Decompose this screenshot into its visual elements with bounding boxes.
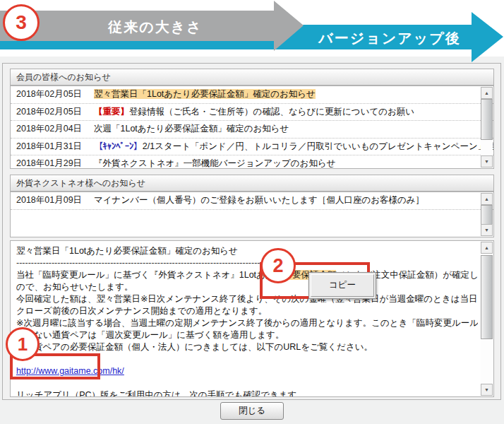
detail-footer: リッチアプリ（PC）版をご利用中の方は、次の手順でも確認できます。 — [16, 389, 478, 397]
notice-prefix-important: 【重要】 — [94, 107, 129, 117]
scroll-down-icon[interactable]: ▼ — [481, 384, 493, 396]
neo-notices-header: 外貨ネクストネオ様へのお知らせ — [10, 175, 494, 192]
detail-separator: ----------------------------------------… — [16, 257, 478, 269]
list-item[interactable]: 2018年01月29日『外貨ネクストネオ』一部機能バージョンアップのお知らせ — [11, 155, 493, 169]
old-size-label: 従来の大きさ — [83, 18, 227, 37]
annotation-circle-1: 1 — [6, 327, 40, 361]
members-list-scrollbar[interactable]: ▲ ▼ — [481, 87, 493, 167]
notice-date: 2018年01月09日 — [16, 192, 94, 209]
neo-notices-list: 2018年01月09日マイナンバー（個人番号）のご登録をお願いいたします［個人口… — [10, 192, 494, 237]
notice-date: 2018年02月05日 — [16, 86, 94, 103]
list-item[interactable]: 2018年02月05日翌々営業日「1Lotあたり必要保証金額」確定のお知らせ — [11, 86, 493, 104]
members-notices-header: 会員の皆様へのお知らせ — [10, 69, 494, 86]
list-item[interactable]: 2018年01月09日マイナンバー（個人番号）のご登録をお願いいたします［個人口… — [11, 192, 493, 210]
detail-paragraph: ※次週月曜に該当する場合、当週土曜の定期メンテナンス終了後からの適用となります。… — [16, 317, 478, 329]
scroll-up-icon[interactable]: ▲ — [481, 242, 493, 254]
notice-title-highlighted: 翌々営業日「1Lotあたり必要保証金額」確定のお知らせ — [94, 89, 316, 99]
list-item[interactable]: 2018年01月31日【ｷｬﾝﾍﾟｰﾝ】2/1スタート「ポンド／円、トルコリラ／… — [11, 139, 493, 156]
scrollbar-thumb[interactable] — [481, 255, 493, 339]
notification-window: 従来の大きさ バージョンアップ後 会員の皆様へのお知らせ 2018年02月05日… — [0, 0, 504, 424]
detail-paragraph: 今回確定した額は、翌々営業日※日次メンテナンス終了後より、その次の金曜（翌々営業… — [16, 293, 478, 305]
notice-date: 2018年01月29日 — [16, 155, 94, 169]
notice-title: 『外貨ネクストネオ』一部機能バージョンアップのお知らせ — [94, 158, 335, 168]
notice-prefix-campaign: 【ｷｬﾝﾍﾟｰﾝ】 — [94, 141, 143, 151]
scroll-down-icon[interactable]: ▼ — [481, 224, 493, 236]
list-item[interactable]: 2018年02月04日次週「1Lotあたり必要保証金額」確定のお知らせ — [11, 121, 493, 139]
notice-date: 2018年02月04日 — [16, 121, 94, 138]
scroll-up-icon[interactable]: ▲ — [481, 193, 493, 205]
neo-list-scrollbar[interactable]: ▲ ▼ — [481, 193, 493, 236]
detail-paragraph: クローズ前後の日次メンテナンス開始までの適用となります。 — [16, 305, 478, 317]
scrollbar-thumb[interactable] — [481, 205, 493, 225]
notice-title: 2/1スタート「ポンド／円、トルコリラ／円取引でいいものプレゼントキャンペーン」… — [143, 141, 493, 151]
notice-title: 次週「1Lotあたり必要保証金額」確定のお知らせ — [94, 124, 289, 134]
detail-paragraph: 当社「臨時変更ルール」に基づく『外貨ネクストネオ』1Lotあたり必要保証金額（お… — [16, 269, 478, 281]
notice-date: 2018年02月05日 — [16, 104, 94, 121]
notice-title: 登録情報（ご氏名・ご住所等）の確認、ならびに更新についてのお願い — [129, 107, 414, 117]
close-button[interactable]: 閉じる — [220, 402, 284, 420]
annotation-circle-3: 3 — [3, 4, 40, 41]
members-notices-list: 2018年02月05日翌々営業日「1Lotあたり必要保証金額」確定のお知らせ 2… — [10, 86, 494, 169]
list-item[interactable]: 2018年02月05日【重要】登録情報（ご氏名・ご住所等）の確認、ならびに更新に… — [11, 104, 493, 122]
detail-scrollbar[interactable]: ▲ ▼ — [481, 242, 493, 396]
context-menu: コピー — [308, 272, 376, 299]
new-version-label: バージョンアップ後 — [309, 29, 470, 48]
annotation-circle-2: 2 — [260, 248, 296, 283]
detail-paragraph: 全通貨ペアの必要保証金額（個人・法人）につきましては、以下のURLをご覧ください… — [16, 341, 478, 353]
copy-menu-item[interactable]: コピー — [311, 274, 374, 297]
scroll-down-icon[interactable]: ▼ — [481, 155, 493, 167]
scrollbar-thumb[interactable] — [481, 99, 493, 140]
detail-title: 翌々営業日「1Lotあたり必要保証金額」確定のお知らせ — [16, 245, 478, 257]
detail-paragraph: 当しない通貨ペアは「週次変更ルール」に基づく額を適用します。 — [16, 329, 478, 341]
scroll-up-icon[interactable]: ▲ — [481, 87, 493, 99]
notice-title: マイナンバー（個人番号）のご登録をお願いいたします［個人口座のお客様のみ］ — [94, 195, 424, 205]
notice-date: 2018年01月31日 — [16, 139, 94, 155]
detail-paragraph: ので、お知らせいたします。 — [16, 281, 478, 293]
